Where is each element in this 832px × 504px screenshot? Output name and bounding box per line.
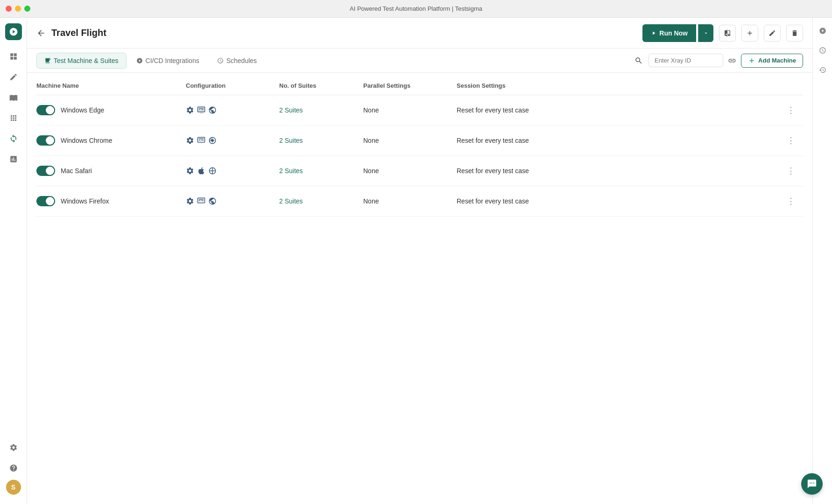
machine-name-cell: Windows Firefox: [36, 196, 186, 206]
config-icons-1: [186, 136, 279, 145]
traffic-lights: [6, 6, 30, 12]
config-icons-3: [186, 197, 279, 205]
suites-link-1[interactable]: 2 Suites: [279, 137, 363, 144]
machine-name-cell: Mac Safari: [36, 166, 186, 176]
tab-test-machine[interactable]: Test Machine & Suites: [36, 53, 127, 69]
more-options-3[interactable]: ⋮: [784, 195, 797, 208]
suites-link-0[interactable]: 2 Suites: [279, 106, 363, 114]
link-icon[interactable]: [725, 54, 739, 68]
user-avatar[interactable]: S: [6, 480, 21, 495]
left-sidebar: S: [0, 18, 27, 504]
main-content: Travel Flight Run Now: [27, 18, 812, 504]
tabs-bar: Test Machine & Suites CI/CD Integrations…: [27, 49, 812, 73]
xray-id-input[interactable]: [649, 54, 723, 67]
more-options-2[interactable]: ⋮: [784, 164, 797, 177]
sidebar-item-help[interactable]: [5, 459, 22, 477]
history-icon[interactable]: [815, 63, 830, 77]
table-row: Windows Firefox 2 Suites None Reset for …: [36, 186, 803, 217]
table-row: Mac Safari 2 Suites None Reset for every…: [36, 156, 803, 186]
run-now-dropdown-button[interactable]: [698, 24, 713, 42]
sidebar-item-settings[interactable]: [5, 439, 22, 456]
suites-link-3[interactable]: 2 Suites: [279, 197, 363, 205]
more-options-0[interactable]: ⋮: [784, 104, 797, 117]
sidebar-item-dashboard[interactable]: [5, 48, 22, 65]
machine-name-cell: Windows Chrome: [36, 135, 186, 146]
right-sidebar: [812, 18, 832, 504]
close-button[interactable]: [6, 6, 12, 12]
maximize-button[interactable]: [24, 6, 30, 12]
sidebar-item-apps[interactable]: [5, 109, 22, 127]
config-icons-2: [186, 167, 279, 175]
plus-button[interactable]: [741, 25, 758, 42]
config-icons-0: [186, 106, 279, 114]
tab-schedules[interactable]: Schedules: [209, 53, 265, 69]
machine-toggle-2[interactable]: [36, 166, 55, 176]
page-title: Travel Flight: [51, 28, 106, 38]
delete-button[interactable]: [786, 25, 803, 42]
machine-toggle-3[interactable]: [36, 196, 55, 206]
sidebar-item-runs[interactable]: [5, 130, 22, 147]
machine-toggle-1[interactable]: [36, 135, 55, 146]
compare-button[interactable]: [719, 25, 736, 42]
activity-icon[interactable]: [815, 23, 830, 38]
add-machine-button[interactable]: Add Machine: [741, 54, 803, 68]
window-title: AI Powered Test Automation Platform | Te…: [350, 5, 482, 12]
chat-widget[interactable]: [801, 473, 823, 495]
titlebar: AI Powered Test Automation Platform | Te…: [0, 0, 832, 18]
sidebar-item-reports[interactable]: [5, 150, 22, 168]
search-button[interactable]: [631, 53, 647, 69]
machine-toggle-0[interactable]: [36, 105, 55, 115]
tab-cicd[interactable]: CI/CD Integrations: [128, 53, 207, 69]
table-row: Windows Chrome 2 Suites None Reset for e…: [36, 126, 803, 156]
more-options-1[interactable]: ⋮: [784, 134, 797, 147]
clock-icon[interactable]: [815, 43, 830, 58]
run-now-button[interactable]: Run Now: [642, 24, 696, 42]
back-button[interactable]: [36, 28, 46, 38]
sidebar-item-books[interactable]: [5, 89, 22, 106]
table-header: Machine Name Configuration No. of Suites…: [36, 77, 803, 95]
minimize-button[interactable]: [15, 6, 21, 12]
page-header: Travel Flight Run Now: [27, 18, 812, 49]
sidebar-item-test-cases[interactable]: [5, 68, 22, 86]
suites-link-2[interactable]: 2 Suites: [279, 167, 363, 175]
table-row: Windows Edge 2 Suites None Reset for eve…: [36, 95, 803, 126]
app-layout: S Travel Flight Run Now: [0, 18, 832, 504]
machine-name-cell: Windows Edge: [36, 105, 186, 115]
app-logo[interactable]: [5, 23, 22, 40]
edit-button[interactable]: [764, 25, 781, 42]
machines-table: Machine Name Configuration No. of Suites…: [27, 73, 812, 504]
